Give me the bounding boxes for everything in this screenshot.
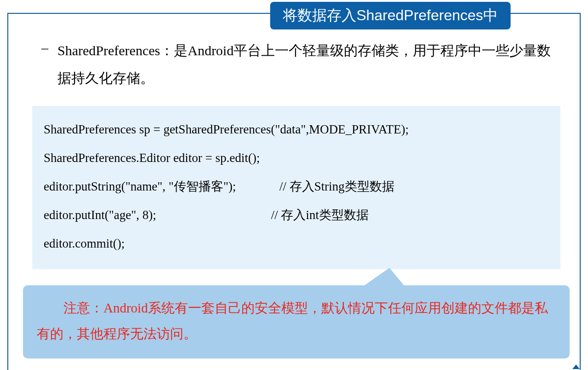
intro-text: SharedPreferences：是Android平台上一个轻量级的存储类，用… bbox=[57, 37, 560, 92]
bullet-dash: – bbox=[41, 37, 48, 59]
code-line-1: SharedPreferences sp = getSharedPreferen… bbox=[44, 115, 549, 144]
code-line-5: editor.commit(); bbox=[44, 229, 549, 258]
slide-title-text: 将数据存入SharedPreferences中 bbox=[283, 7, 498, 23]
code-line-4: editor.putInt("age", 8); // 存入int类型数据 bbox=[44, 201, 549, 229]
callout-container: 注意：Android系统有一套自己的安全模型，默认情况下任何应用创建的文件都是私… bbox=[23, 285, 570, 358]
nav-up-icon[interactable] bbox=[572, 364, 580, 369]
code-line-3: editor.putString("name", "传智播客"); // 存入S… bbox=[44, 172, 549, 201]
callout-text: 注意：Android系统有一套自己的安全模型，默认情况下任何应用创建的文件都是私… bbox=[37, 295, 556, 346]
callout-box: 注意：Android系统有一套自己的安全模型，默认情况下任何应用创建的文件都是私… bbox=[23, 285, 570, 358]
slide-title-badge: 将数据存入SharedPreferences中 bbox=[270, 2, 511, 29]
intro-row: – SharedPreferences：是Android平台上一个轻量级的存储类… bbox=[32, 37, 560, 92]
slide-content: – SharedPreferences：是Android平台上一个轻量级的存储类… bbox=[32, 37, 560, 358]
code-block: SharedPreferences sp = getSharedPreferen… bbox=[32, 106, 560, 269]
code-line-2: SharedPreferences.Editor editor = sp.edi… bbox=[44, 144, 549, 172]
callout-pointer-icon bbox=[362, 268, 405, 287]
